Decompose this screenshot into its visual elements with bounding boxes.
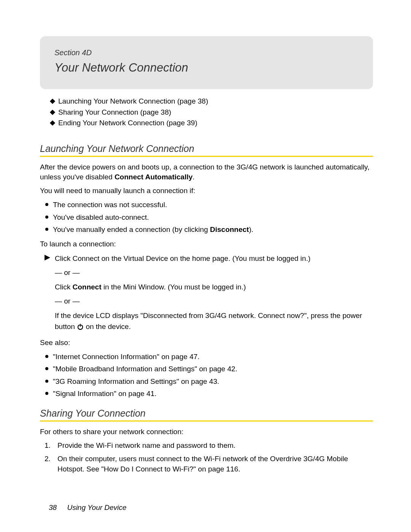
bullet-icon bbox=[45, 216, 48, 219]
chapter-name: Using Your Device bbox=[67, 503, 126, 511]
bullet-icon bbox=[45, 392, 48, 395]
bullet-icon bbox=[45, 203, 48, 206]
or-separator: — or — bbox=[55, 296, 373, 307]
list-item: The connection was not successful. bbox=[40, 200, 373, 211]
power-icon bbox=[77, 323, 84, 331]
toc-item: Sharing Your Connection (page 38) bbox=[51, 107, 373, 118]
text: You've manually ended a connection (by c… bbox=[53, 224, 253, 235]
text: You've manually ended a connection (by c… bbox=[53, 225, 210, 233]
manual-intro: You will need to manually launch a conne… bbox=[40, 186, 373, 196]
text: If the device LCD displays "Disconnected… bbox=[55, 310, 373, 332]
see-also-label: See also: bbox=[40, 338, 373, 348]
section-heading-launching: Launching Your Network Connection bbox=[40, 143, 373, 157]
bullet-icon bbox=[45, 367, 48, 370]
list-item: "Mobile Broadband Information and Settin… bbox=[40, 364, 373, 375]
list-item: "Internet Connection Information" on pag… bbox=[40, 351, 373, 363]
bullet-icon bbox=[45, 355, 48, 358]
text: on the device. bbox=[84, 323, 131, 331]
text: "Mobile Broadband Information and Settin… bbox=[53, 364, 237, 375]
text: in the Mini Window. (You must be logged … bbox=[101, 283, 246, 291]
text: "Internet Connection Information" on pag… bbox=[53, 351, 199, 363]
diamond-icon bbox=[50, 120, 55, 126]
text: Click Connect on the Virtual Device on t… bbox=[55, 253, 373, 264]
text: On their computer, users must connect to… bbox=[57, 454, 373, 474]
bold-text: Connect bbox=[72, 283, 101, 291]
diamond-icon bbox=[50, 109, 55, 115]
list-item: You've manually ended a connection (by c… bbox=[40, 224, 373, 235]
page-title: Your Network Connection bbox=[54, 61, 358, 75]
bullet-icon bbox=[45, 380, 48, 383]
page-number: 38 bbox=[49, 503, 57, 511]
text: Provide the Wi-Fi network name and passw… bbox=[57, 441, 236, 451]
intro-paragraph: After the device powers on and boots up,… bbox=[40, 162, 373, 182]
table-of-contents: Launching Your Network Connection (page … bbox=[51, 96, 373, 129]
svg-marker-0 bbox=[45, 255, 50, 260]
manual-bullets: The connection was not successful. You'v… bbox=[40, 200, 373, 235]
text: "Signal Information" on page 41. bbox=[53, 388, 156, 399]
sharing-intro: For others to share your network connect… bbox=[40, 427, 373, 437]
bold-text: Disconnect bbox=[210, 225, 249, 233]
toc-item: Ending Your Network Connection (page 39) bbox=[51, 118, 373, 129]
to-launch: To launch a connection: bbox=[40, 239, 373, 249]
list-item: You've disabled auto-connect. bbox=[40, 212, 373, 223]
text: Click Connect in the Mini Window. (You m… bbox=[55, 281, 373, 292]
text: The connection was not successful. bbox=[53, 200, 167, 211]
step-content: Click Connect on the Virtual Device on t… bbox=[55, 253, 373, 335]
bullet-icon bbox=[45, 228, 48, 231]
list-item: "Signal Information" on page 41. bbox=[40, 388, 373, 399]
list-item: "3G Roaming Information and Settings" on… bbox=[40, 376, 373, 387]
toc-item: Launching Your Network Connection (page … bbox=[51, 96, 373, 107]
section-label: Section 4D bbox=[54, 48, 358, 57]
page-footer: 38 Using Your Device bbox=[49, 503, 126, 512]
list-item: 1.Provide the Wi-Fi network name and pas… bbox=[40, 441, 373, 451]
toc-text: Launching Your Network Connection (page … bbox=[58, 96, 208, 107]
text: . bbox=[193, 173, 194, 181]
triangle-icon bbox=[45, 255, 50, 335]
step-block: Click Connect on the Virtual Device on t… bbox=[40, 253, 373, 335]
header-box: Section 4D Your Network Connection bbox=[40, 36, 373, 89]
text: After the device powers on and boots up,… bbox=[40, 163, 370, 181]
toc-text: Sharing Your Connection (page 38) bbox=[58, 107, 171, 118]
text: Click bbox=[55, 283, 72, 291]
step-number: 1. bbox=[45, 441, 57, 451]
text: "3G Roaming Information and Settings" on… bbox=[53, 376, 219, 387]
numbered-list: 1.Provide the Wi-Fi network name and pas… bbox=[40, 441, 373, 474]
see-also-bullets: "Internet Connection Information" on pag… bbox=[40, 351, 373, 399]
diamond-icon bbox=[50, 99, 55, 104]
toc-text: Ending Your Network Connection (page 39) bbox=[58, 118, 197, 129]
list-item: 2.On their computer, users must connect … bbox=[40, 454, 373, 474]
text: ). bbox=[249, 225, 253, 233]
text: You've disabled auto-connect. bbox=[53, 212, 149, 223]
section-heading-sharing: Sharing Your Connection bbox=[40, 408, 373, 422]
or-separator: — or — bbox=[55, 267, 373, 278]
bold-text: Connect Automatically bbox=[115, 173, 193, 181]
svg-rect-4 bbox=[80, 324, 81, 327]
step-number: 2. bbox=[45, 454, 57, 474]
